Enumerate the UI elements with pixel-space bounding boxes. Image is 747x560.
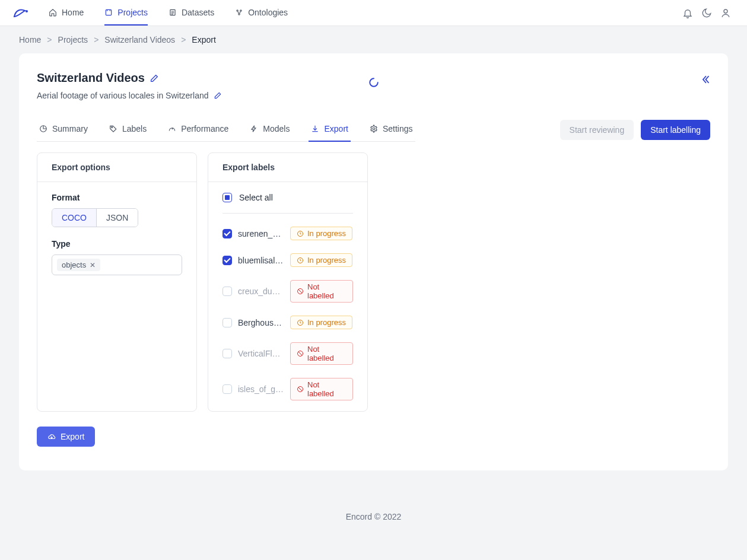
ontologies-icon (235, 8, 243, 17)
label-checkbox[interactable] (222, 256, 232, 265)
export-labels-panel: Export labels Select all surenen_pa…In p… (208, 152, 368, 412)
project-subtitle: Aerial footage of various locales in Swi… (37, 91, 209, 100)
moon-icon (701, 8, 712, 18)
format-option-json[interactable]: JSON (97, 209, 138, 227)
start-labelling-button[interactable]: Start labelling (641, 120, 710, 140)
nav-ontologies[interactable]: Ontologies (235, 0, 288, 26)
export-options-panel: Export options Format COCO JSON Type obj… (37, 152, 197, 412)
select-all-label: Select all (239, 193, 273, 202)
status-text: In progress (307, 318, 346, 327)
label-row: creux_du_v…Not labelled (222, 280, 353, 303)
format-segmented: COCO JSON (52, 208, 138, 227)
breadcrumb-projects[interactable]: Projects (58, 35, 88, 44)
nav-datasets[interactable]: Datasets (169, 0, 214, 26)
gauge-icon (168, 125, 176, 133)
label-checkbox[interactable] (222, 229, 232, 238)
status-text: In progress (307, 256, 346, 265)
loading-spinner-icon (368, 77, 379, 88)
status-badge: In progress (290, 316, 352, 329)
status-text: Not labelled (307, 380, 347, 398)
footer: Encord © 2022 (0, 488, 747, 536)
projects-icon (104, 8, 113, 17)
breadcrumb-project[interactable]: Switzerland Videos (104, 35, 175, 44)
svg-rect-1 (106, 9, 112, 15)
status-text: Not labelled (307, 345, 347, 362)
clock-icon (297, 230, 304, 237)
edit-title-button[interactable] (150, 74, 159, 83)
svg-point-6 (724, 9, 727, 13)
label-row: Berghouse L…In progress (222, 316, 353, 329)
project-title: Switzerland Videos (37, 71, 145, 85)
breadcrumb-sep: > (47, 35, 52, 44)
tab-export[interactable]: Export (309, 118, 350, 142)
label-row: surenen_pa…In progress (222, 227, 353, 240)
datasets-icon (169, 8, 177, 17)
cloud-download-icon (47, 432, 56, 441)
brand-logo[interactable] (12, 4, 31, 23)
clock-icon (297, 319, 304, 326)
ban-icon (297, 386, 304, 393)
download-icon (311, 125, 319, 133)
label-row: isles_of_gle…Not labelled (222, 378, 353, 400)
tab-summary[interactable]: Summary (37, 118, 90, 142)
label-filename: bluemlisalph… (238, 256, 284, 265)
user-menu[interactable] (716, 4, 735, 23)
theme-toggle[interactable] (697, 4, 716, 23)
status-badge: In progress (290, 253, 352, 267)
type-label: Type (52, 239, 182, 249)
breadcrumb-home[interactable]: Home (19, 35, 41, 44)
type-tag-remove[interactable]: ✕ (90, 261, 96, 269)
tab-settings[interactable]: Settings (367, 118, 415, 142)
label-checkbox (222, 349, 232, 358)
edit-subtitle-button[interactable] (214, 91, 222, 100)
status-badge: Not labelled (290, 378, 353, 400)
svg-point-4 (240, 9, 241, 11)
type-tag-text: objects (62, 260, 86, 269)
export-button-label: Export (61, 432, 84, 441)
svg-point-8 (112, 127, 113, 128)
label-filename: creux_du_v… (238, 287, 284, 296)
svg-point-3 (237, 9, 238, 11)
type-tag: objects ✕ (57, 259, 100, 271)
notifications-button[interactable] (678, 4, 697, 23)
collapse-panel-button[interactable] (700, 74, 710, 85)
clock-icon (297, 257, 304, 264)
tab-label: Settings (383, 124, 413, 133)
tab-label: Summary (52, 124, 88, 133)
nav-home[interactable]: Home (49, 0, 84, 26)
ban-icon (297, 350, 304, 357)
status-badge: In progress (290, 227, 352, 240)
label-filename: VerticalFly… (238, 349, 284, 358)
svg-point-5 (239, 13, 240, 14)
tab-label: Export (324, 124, 348, 133)
breadcrumb-current: Export (192, 35, 215, 44)
svg-point-0 (26, 10, 28, 12)
label-filename: Berghouse L… (238, 318, 284, 327)
label-row: bluemlisalph…In progress (222, 253, 353, 267)
breadcrumb: Home > Projects > Switzerland Videos > E… (0, 26, 747, 53)
status-text: In progress (307, 229, 346, 238)
label-checkbox[interactable] (222, 318, 232, 327)
svg-point-9 (373, 128, 375, 130)
label-filename: isles_of_gle… (238, 384, 284, 394)
nav-projects[interactable]: Projects (104, 0, 148, 26)
format-option-coco[interactable]: COCO (52, 209, 97, 227)
nav-projects-label: Projects (117, 8, 148, 17)
export-options-header: Export options (37, 153, 196, 182)
tab-performance[interactable]: Performance (166, 118, 231, 142)
select-all-checkbox[interactable] (222, 193, 232, 202)
nav-ontologies-label: Ontologies (248, 8, 288, 17)
label-checkbox (222, 287, 232, 296)
bolt-icon (250, 125, 258, 133)
tab-labels[interactable]: Labels (107, 118, 149, 142)
tab-models[interactable]: Models (247, 118, 292, 142)
breadcrumb-sep: > (181, 35, 186, 44)
status-badge: Not labelled (290, 342, 353, 365)
type-input[interactable]: objects ✕ (52, 254, 182, 275)
start-reviewing-button[interactable]: Start reviewing (560, 120, 634, 140)
export-button[interactable]: Export (37, 427, 95, 447)
tag-icon (109, 125, 117, 133)
home-icon (49, 8, 57, 17)
status-badge: Not labelled (290, 280, 353, 303)
label-list: surenen_pa…In progressbluemlisalph…In pr… (222, 227, 353, 400)
